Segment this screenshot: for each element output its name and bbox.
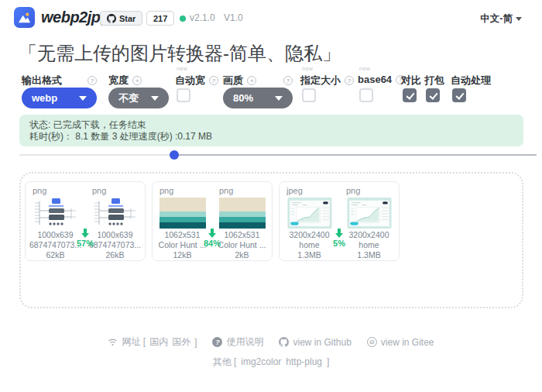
image-size: 1.3MB bbox=[281, 250, 338, 260]
auto-width-label: 自动宽 bbox=[175, 74, 205, 88]
plus-icon[interactable]: + bbox=[247, 76, 256, 85]
source-column: png 1000x639 6874747073... 62kB bbox=[26, 182, 85, 260]
thumbnail-image[interactable] bbox=[160, 198, 206, 229]
slider-track[interactable] bbox=[19, 154, 537, 156]
thumbnail-image[interactable] bbox=[33, 198, 79, 229]
controls-row: 输出格式? webp 宽度+ 不变 new 自动宽? 画质+? 80% bbox=[0, 67, 542, 110]
status-dot-icon bbox=[180, 15, 186, 22]
format-label: png bbox=[219, 186, 233, 197]
source-column: jpeg 3200x2400 home 1.3MB bbox=[280, 182, 339, 260]
format-label: png bbox=[346, 186, 360, 197]
result-card: png 1062x531 Color Hunt ... 12kB png 106… bbox=[152, 181, 273, 261]
status-line1: 状态: 已完成下载，任务结束 bbox=[29, 119, 513, 131]
info-icon[interactable]: ? bbox=[345, 76, 354, 85]
gitee-link[interactable]: G view in Gitee bbox=[367, 337, 434, 348]
github-label: view in Github bbox=[293, 337, 351, 348]
auto-width-checkbox[interactable] bbox=[177, 88, 190, 102]
output-column: png 1000x639 6874747073... 26kB bbox=[85, 182, 145, 260]
download-arrow-icon bbox=[81, 229, 89, 238]
question-icon: ? bbox=[212, 337, 222, 347]
other-prefix: 其他 [ bbox=[213, 356, 237, 367]
github-icon bbox=[107, 14, 116, 23]
slider-handle[interactable] bbox=[170, 150, 179, 160]
savings-indicator: 57% bbox=[74, 229, 97, 248]
savings-percent: 57% bbox=[77, 239, 94, 248]
gitee-label: view in Gitee bbox=[381, 337, 434, 348]
app-logo-icon bbox=[14, 7, 35, 28]
img2color-link[interactable]: img2color bbox=[241, 356, 281, 367]
thumbnail-image[interactable] bbox=[286, 198, 333, 229]
app-title: webp2jpg bbox=[41, 9, 109, 26]
output-format-dropdown[interactable]: webp bbox=[22, 88, 97, 108]
auto-process-label: 自动处理 bbox=[451, 74, 491, 88]
site-links: 网址 [ 国内 国外 ] bbox=[108, 335, 197, 349]
info-icon[interactable]: ? bbox=[209, 76, 218, 85]
quality-label: 画质 bbox=[223, 74, 243, 88]
output-format-value: webp bbox=[32, 92, 57, 104]
footer-links-row: 网址 [ 国内 国外 ] ? 使用说明 view in Github G vie… bbox=[0, 335, 542, 349]
star-label: Star bbox=[119, 14, 136, 23]
chevron-down-icon bbox=[151, 96, 159, 101]
quality-dropdown[interactable]: 80% bbox=[223, 88, 293, 108]
github-star-button[interactable]: Star bbox=[100, 11, 142, 26]
download-arrow-icon bbox=[335, 229, 343, 238]
version-primary: v2.1.0 bbox=[190, 12, 215, 23]
thumbnail-image[interactable] bbox=[92, 198, 139, 229]
httpplug-link[interactable]: http-plug bbox=[286, 356, 322, 367]
savings-indicator: 5% bbox=[328, 229, 351, 248]
info-icon[interactable]: ? bbox=[87, 76, 97, 85]
version-secondary: V1.0 bbox=[224, 12, 243, 23]
star-count[interactable]: 217 bbox=[146, 11, 174, 26]
savings-percent: 84% bbox=[204, 239, 221, 248]
source-column: png 1062x531 Color Hunt ... 12kB bbox=[153, 182, 212, 260]
status-line2: 耗时(秒)： 8.1 数量 3 处理速度(秒) :0.17 MB bbox=[29, 131, 513, 143]
github-link[interactable]: view in Github bbox=[279, 337, 351, 348]
gitee-icon: G bbox=[367, 337, 377, 347]
info-icon[interactable]: ? bbox=[283, 76, 293, 85]
format-label: png bbox=[33, 186, 46, 197]
domestic-link[interactable]: 国内 bbox=[149, 335, 168, 349]
dropzone[interactable]: png 1000x639 6874747073... 62kB bbox=[19, 172, 523, 308]
base64-checkbox[interactable] bbox=[359, 88, 373, 102]
download-arrow-icon bbox=[208, 229, 216, 238]
bracket-close: ] bbox=[194, 337, 197, 348]
image-size: 26kB bbox=[87, 250, 144, 260]
specify-size-label: 指定大小 bbox=[300, 74, 341, 88]
package-label: 打包 bbox=[424, 74, 444, 88]
chevron-down-icon bbox=[516, 17, 522, 21]
output-format-label: 输出格式 bbox=[22, 74, 62, 88]
width-dropdown[interactable]: 不变 bbox=[108, 88, 169, 108]
format-label: png bbox=[92, 186, 106, 197]
status-alert: 状态: 已完成下载，任务结束 耗时(秒)： 8.1 数量 3 处理速度(秒) :… bbox=[19, 115, 523, 146]
package-checkbox[interactable] bbox=[426, 88, 440, 102]
page-title: 「无需上传的图片转换器-简单、隐私」 bbox=[19, 41, 341, 66]
image-size: 2kB bbox=[214, 250, 271, 260]
image-size: 12kB bbox=[154, 250, 211, 260]
savings-indicator: 84% bbox=[201, 229, 224, 248]
result-card: png 1000x639 6874747073... 62kB bbox=[25, 181, 146, 261]
usage-guide-link[interactable]: ? 使用说明 bbox=[212, 335, 263, 349]
auto-process-checkbox[interactable] bbox=[452, 88, 466, 102]
format-label: png bbox=[160, 186, 173, 197]
width-label: 宽度 bbox=[108, 74, 129, 88]
format-label: jpeg bbox=[286, 186, 303, 197]
usage-label: 使用说明 bbox=[226, 335, 263, 349]
language-label: 中文-简 bbox=[480, 12, 513, 26]
overseas-link[interactable]: 国外 bbox=[172, 335, 190, 349]
footer-other-row: 其他 [img2colorhttp-plug] bbox=[0, 356, 542, 369]
image-size: 1.3MB bbox=[341, 250, 398, 260]
thumbnail-image[interactable] bbox=[346, 198, 393, 229]
image-size: 62kB bbox=[27, 250, 84, 260]
chevron-down-icon bbox=[79, 96, 87, 101]
progress-slider[interactable] bbox=[19, 150, 537, 160]
thumbnail-image[interactable] bbox=[219, 198, 266, 229]
new-badge: new bbox=[359, 66, 370, 71]
plus-icon[interactable]: + bbox=[132, 76, 142, 85]
chevron-down-icon bbox=[275, 96, 283, 101]
width-value: 不变 bbox=[118, 91, 139, 105]
language-selector[interactable]: 中文-简 bbox=[480, 12, 522, 26]
compare-checkbox[interactable] bbox=[403, 88, 417, 102]
specify-size-checkbox[interactable] bbox=[302, 88, 316, 102]
savings-percent: 5% bbox=[333, 239, 345, 248]
new-badge: new bbox=[302, 66, 313, 71]
